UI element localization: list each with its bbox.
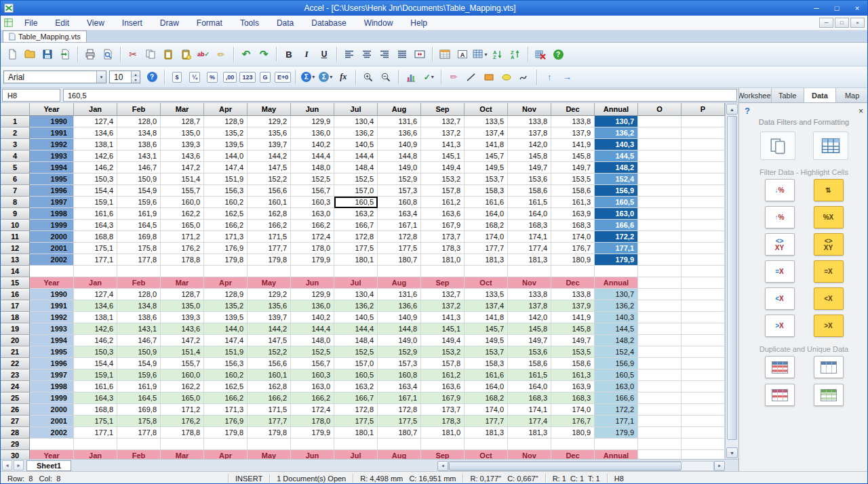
cell[interactable]: 161,5 [508, 197, 551, 208]
cell[interactable]: Nov [508, 277, 551, 289]
cell[interactable]: 171,3 [204, 231, 248, 243]
highlight-equals-button[interactable]: =X [814, 260, 844, 283]
cell[interactable]: 166,2 [248, 392, 291, 404]
cell[interactable] [595, 266, 638, 277]
cell[interactable]: 133,8 [508, 116, 551, 127]
cell[interactable]: 178,3 [421, 243, 465, 254]
font-name-dropdown-icon[interactable]: ▾ [96, 71, 106, 83]
sheet-prev-icon[interactable]: ◂ [2, 460, 12, 470]
cell[interactable]: 160,5 [595, 369, 638, 381]
cell[interactable]: 157,3 [378, 185, 421, 197]
cell[interactable]: 148,4 [334, 162, 378, 174]
cell[interactable] [682, 243, 725, 254]
cell[interactable]: 165,0 [161, 220, 204, 231]
cell[interactable]: 150,3 [74, 174, 117, 185]
cell[interactable]: 152,2 [248, 174, 291, 185]
cell[interactable]: 177,5 [334, 416, 378, 427]
cell[interactable] [682, 300, 725, 312]
cell[interactable] [682, 254, 725, 266]
cell[interactable] [161, 266, 204, 277]
cell[interactable]: 141,8 [465, 312, 508, 323]
cell[interactable] [682, 289, 725, 300]
cell[interactable]: 144,4 [291, 323, 334, 335]
cell[interactable]: 128,9 [204, 289, 248, 300]
cell[interactable]: 153,5 [551, 346, 595, 358]
cell[interactable] [682, 127, 725, 139]
cell[interactable] [682, 392, 725, 404]
cell[interactable]: 145,8 [551, 323, 595, 335]
cell[interactable]: 164,3 [74, 392, 117, 404]
cell[interactable]: 179,9 [595, 254, 638, 266]
cell[interactable] [638, 174, 682, 185]
cell[interactable]: 130,4 [334, 289, 378, 300]
row-header[interactable]: 22 [1, 358, 30, 369]
cell[interactable]: 141,3 [421, 312, 465, 323]
cell[interactable]: 166,6 [595, 392, 638, 404]
cell[interactable]: 128,9 [204, 116, 248, 127]
spin-down-icon[interactable]: ▾ [132, 77, 140, 83]
cell[interactable]: 134,6 [74, 127, 117, 139]
cell[interactable]: 137,8 [508, 300, 551, 312]
cell[interactable] [638, 185, 682, 197]
cell[interactable]: 172,4 [291, 404, 334, 416]
cell[interactable]: 133,8 [551, 289, 595, 300]
cell[interactable]: 174,1 [508, 404, 551, 416]
cell[interactable]: 150,3 [74, 346, 117, 358]
cell[interactable]: 1998 [30, 381, 74, 392]
cell[interactable]: 171,3 [204, 404, 248, 416]
cell[interactable]: 143,6 [161, 150, 204, 162]
cell[interactable]: 177,1 [74, 254, 117, 266]
cell[interactable]: 152,9 [378, 174, 421, 185]
cell[interactable]: 177,5 [378, 416, 421, 427]
cell[interactable] [638, 358, 682, 369]
cell[interactable]: 176,7 [551, 243, 595, 254]
menu-item-edit[interactable]: Edit [46, 16, 78, 30]
bold-icon[interactable]: B [281, 46, 297, 62]
spin-up-icon[interactable]: ▴ [132, 71, 140, 77]
cell[interactable]: 175,1 [74, 416, 117, 427]
cell[interactable]: 1993 [30, 150, 74, 162]
cell[interactable]: 162,5 [204, 381, 248, 392]
cell[interactable] [682, 197, 725, 208]
cell[interactable]: 151,4 [161, 174, 204, 185]
cell[interactable]: 155,7 [161, 185, 204, 197]
cell[interactable]: 1995 [30, 346, 74, 358]
cell[interactable]: 181,3 [465, 254, 508, 266]
row-header[interactable]: 5 [1, 162, 30, 174]
row-header[interactable]: 3 [1, 139, 30, 150]
general-icon[interactable]: G [257, 69, 273, 85]
cell[interactable]: 144,8 [378, 150, 421, 162]
cell[interactable]: 178,0 [291, 243, 334, 254]
cell[interactable] [682, 335, 725, 346]
cell[interactable] [682, 208, 725, 220]
function-icon[interactable]: fx [335, 69, 351, 85]
cell[interactable]: 137,9 [551, 300, 595, 312]
cell[interactable] [638, 127, 682, 139]
cell[interactable]: 159,1 [74, 197, 117, 208]
insert-table-icon[interactable]: ▾ [472, 46, 488, 62]
cell[interactable]: 131,6 [378, 116, 421, 127]
cell[interactable]: 161,6 [465, 197, 508, 208]
cell[interactable]: 143,1 [117, 150, 161, 162]
cell[interactable]: 137,8 [508, 127, 551, 139]
row-header[interactable]: 2 [1, 127, 30, 139]
cell[interactable]: 140,2 [291, 139, 334, 150]
cell[interactable]: 160,3 [291, 369, 334, 381]
cell[interactable] [378, 266, 421, 277]
cell[interactable]: 177,1 [595, 243, 638, 254]
cell[interactable]: 160,0 [161, 197, 204, 208]
cell[interactable]: 158,6 [508, 358, 551, 369]
cell[interactable]: 179,8 [248, 254, 291, 266]
cell[interactable]: 172,2 [595, 231, 638, 243]
cell[interactable]: 128,7 [161, 289, 204, 300]
cell[interactable]: Dec [551, 277, 595, 289]
cell[interactable]: 161,9 [117, 208, 161, 220]
row-header[interactable]: 30 [1, 450, 30, 459]
cell[interactable]: 152,9 [378, 346, 421, 358]
cell[interactable]: 161,6 [74, 208, 117, 220]
cell[interactable]: 144,5 [595, 323, 638, 335]
cell[interactable] [465, 266, 508, 277]
merge-center-icon[interactable] [412, 46, 428, 62]
cell[interactable]: Aug [378, 277, 421, 289]
cell[interactable] [682, 220, 725, 231]
